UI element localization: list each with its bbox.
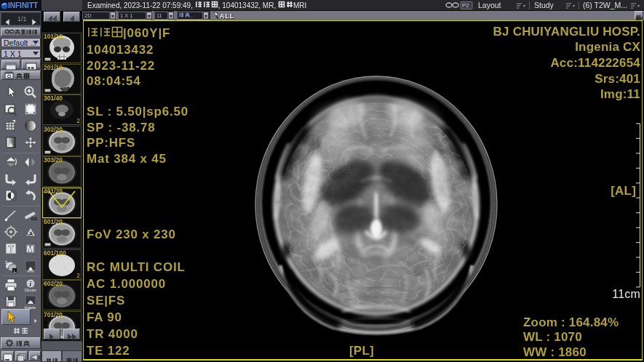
svg-text:S: S <box>5 260 8 265</box>
svg-text:A: A <box>29 231 33 236</box>
svg-text:ED: ED <box>31 217 38 221</box>
svg-text:L: L <box>14 268 16 273</box>
svg-text:Dicom: Dicom <box>25 288 36 292</box>
svg-text:P2: P2 <box>462 2 469 9</box>
svg-text:M: M <box>27 244 34 254</box>
svg-text:T: T <box>9 244 15 254</box>
